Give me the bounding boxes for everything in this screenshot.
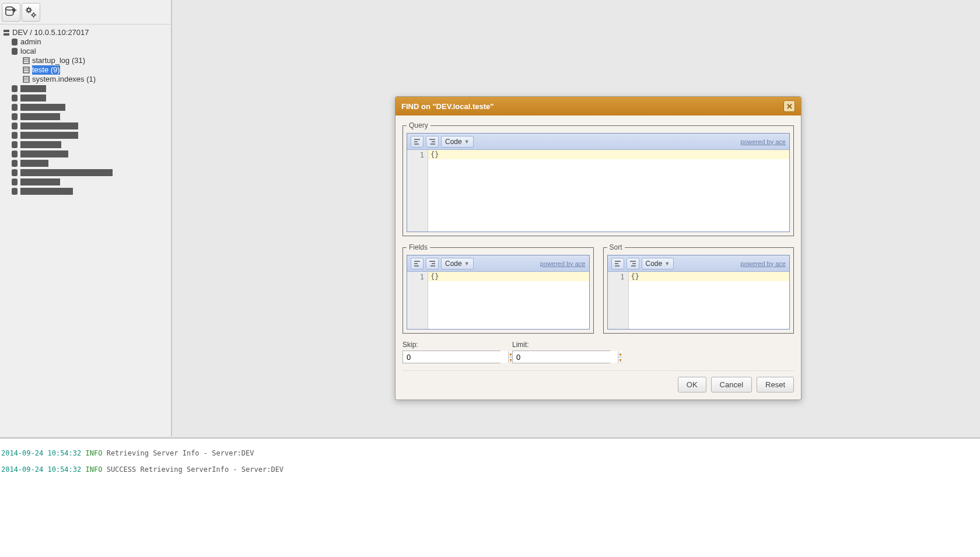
tree-server-label: DEV / 10.0.5.10:27017 — [12, 28, 89, 37]
editor-code-area[interactable]: {} — [629, 272, 790, 329]
tree-db-redacted[interactable] — [2, 121, 169, 131]
editor-body[interactable]: 1 {} — [608, 272, 790, 329]
powered-by-ace-link[interactable]: powered by ace — [540, 260, 586, 267]
redacted-label — [20, 178, 60, 185]
align-right-button[interactable] — [426, 136, 439, 148]
database-icon — [10, 131, 19, 139]
database-icon — [10, 113, 19, 121]
svg-point-22 — [12, 90, 18, 92]
sort-editor[interactable]: Code▼ powered by ace 1 {} — [607, 255, 790, 330]
tree-db-admin[interactable]: admin — [2, 37, 169, 47]
editor-text: {} — [428, 272, 589, 281]
dialog-title-text: FIND on "DEV.local.teste" — [401, 102, 494, 111]
align-right-icon — [428, 260, 436, 268]
tree-db-redacted[interactable] — [2, 131, 169, 140]
database-icon — [10, 187, 19, 195]
redacted-label — [20, 113, 60, 120]
align-left-button[interactable] — [411, 136, 424, 148]
main-area: FIND on "DEV.local.teste" ✕ Query Code ▼ — [173, 1, 980, 436]
tree-db-redacted[interactable] — [2, 84, 169, 93]
tree-db-redacted[interactable] — [2, 159, 169, 168]
caret-down-icon: ▼ — [464, 261, 470, 267]
ok-button[interactable]: OK — [678, 377, 706, 393]
fields-editor[interactable]: Code▼ powered by ace 1 {} — [407, 255, 590, 330]
tree-db-local[interactable]: local — [2, 47, 169, 56]
align-left-icon — [413, 260, 421, 268]
powered-by-ace-link[interactable]: powered by ace — [740, 260, 786, 267]
powered-by-ace-link[interactable]: powered by ace — [740, 138, 786, 145]
svg-rect-3 — [4, 30, 9, 32]
tree-coll-label: startup_log (31) — [32, 56, 85, 65]
tree-db-redacted[interactable] — [2, 140, 169, 149]
database-icon — [10, 85, 19, 93]
tree-coll-startup-log[interactable]: startup_log (31) — [2, 56, 169, 65]
code-mode-dropdown[interactable]: Code ▼ — [441, 136, 474, 148]
reset-button[interactable]: Reset — [757, 377, 794, 393]
database-icon — [10, 103, 19, 111]
tree-db-redacted[interactable] — [2, 187, 169, 196]
svg-point-10 — [12, 52, 18, 55]
editor-code-area[interactable]: {} — [428, 272, 589, 329]
spin-up-button[interactable]: ▲ — [618, 351, 622, 358]
tree-db-redacted[interactable] — [2, 177, 169, 187]
svg-rect-11 — [23, 58, 29, 64]
editor-body[interactable]: 1 {} — [407, 150, 789, 232]
settings-button[interactable] — [22, 3, 40, 22]
svg-point-55 — [12, 192, 18, 195]
database-icon — [10, 122, 19, 130]
align-left-icon — [413, 138, 421, 146]
dialog-close-button[interactable]: ✕ — [783, 100, 795, 112]
tree-server-node[interactable]: DEV / 10.0.5.10:27017 — [2, 28, 169, 37]
redacted-label — [20, 188, 73, 195]
align-left-icon — [614, 260, 622, 268]
tree-coll-system-indexes[interactable]: system.indexes (1) — [2, 75, 169, 84]
redacted-label — [20, 85, 46, 92]
tree-coll-label: system.indexes (1) — [32, 75, 96, 84]
tree-db-redacted[interactable] — [2, 112, 169, 121]
tree-coll-label: teste (9) — [32, 65, 60, 75]
svg-point-49 — [12, 174, 18, 176]
tree-db-label: admin — [20, 37, 41, 47]
editor-code-area[interactable]: {} — [428, 150, 789, 232]
tree-db-redacted[interactable] — [2, 93, 169, 103]
editor-toolbar: Code ▼ powered by ace — [407, 134, 789, 150]
align-right-button[interactable] — [626, 258, 639, 269]
svg-point-31 — [12, 118, 18, 120]
skip-spinner[interactable]: ▲ ▼ — [402, 351, 501, 363]
editor-text: {} — [428, 150, 789, 159]
align-right-icon — [428, 138, 436, 146]
editor-toolbar: Code▼ powered by ace — [608, 255, 790, 272]
database-icon — [10, 38, 19, 46]
query-editor[interactable]: Code ▼ powered by ace 1 {} — [407, 133, 790, 232]
tree-db-redacted[interactable] — [2, 149, 169, 159]
align-left-button[interactable] — [411, 258, 424, 269]
redacted-label — [20, 160, 48, 167]
collection-icon — [22, 57, 30, 65]
query-legend: Query — [407, 121, 430, 129]
database-icon — [10, 94, 19, 102]
tree-db-redacted[interactable] — [2, 103, 169, 112]
redacted-label — [20, 150, 68, 157]
code-mode-label: Code — [445, 138, 462, 146]
add-connection-button[interactable] — [2, 3, 20, 22]
tree-db-redacted[interactable] — [2, 168, 169, 177]
editor-body[interactable]: 1 {} — [407, 272, 589, 329]
database-icon — [10, 178, 19, 186]
database-icon — [10, 141, 19, 149]
spin-down-button[interactable]: ▼ — [618, 358, 622, 363]
tree-coll-teste[interactable]: teste (9) — [2, 65, 169, 75]
database-icon — [10, 159, 19, 167]
cancel-button[interactable]: Cancel — [711, 377, 752, 393]
skip-input[interactable] — [403, 351, 508, 363]
limit-spinner[interactable]: ▲ ▼ — [512, 351, 610, 363]
align-right-button[interactable] — [426, 258, 439, 269]
align-left-button[interactable] — [611, 258, 624, 269]
skip-limit-row: Skip: ▲ ▼ Limit: ▲ — [402, 341, 794, 363]
log-line: 2014-09-24 10:54:32 INFO SUCCESS Retriev… — [1, 465, 979, 474]
code-mode-dropdown[interactable]: Code▼ — [441, 258, 474, 269]
limit-input[interactable] — [513, 351, 618, 363]
code-mode-dropdown[interactable]: Code▼ — [642, 258, 674, 269]
svg-point-37 — [12, 136, 18, 139]
dialog-titlebar[interactable]: FIND on "DEV.local.teste" ✕ — [396, 97, 801, 115]
dialog-footer: OK Cancel Reset — [402, 370, 794, 395]
